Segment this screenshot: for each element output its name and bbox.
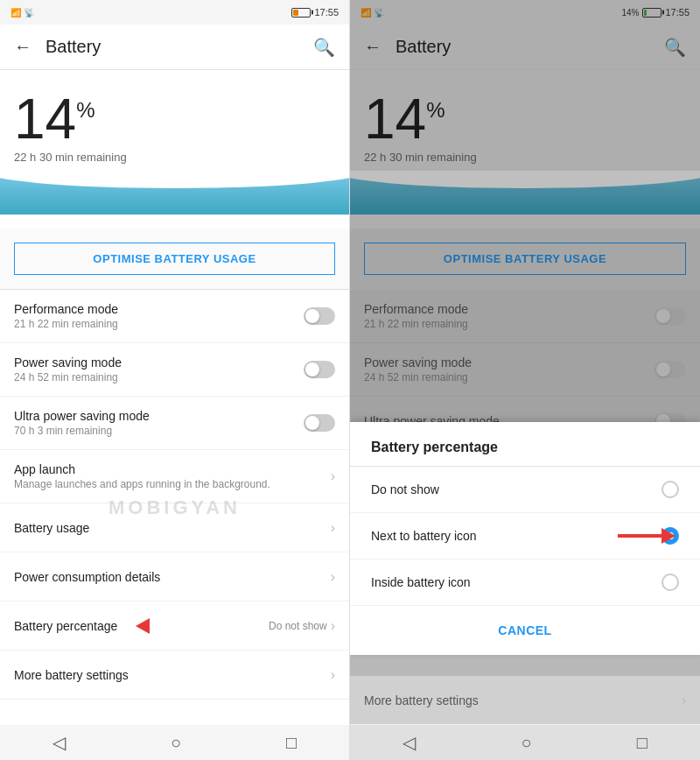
right-optimise-button[interactable]: OPTIMISE BATTERY USAGE [364, 243, 686, 275]
left-ultra-power-toggle[interactable] [304, 414, 335, 432]
left-power-saving-content: Power saving mode 24 h 52 min remaining [14, 355, 304, 384]
battery-percentage-modal: Battery percentage Do not show Next to b… [350, 422, 700, 655]
left-search-icon[interactable]: 🔍 [313, 37, 335, 58]
left-more-battery-chevron: › [331, 667, 335, 683]
left-battery-pct-value: Do not show [269, 620, 327, 632]
left-battery-icon [291, 8, 311, 18]
left-ultra-power-title: Ultra power saving mode [14, 409, 304, 423]
right-wave-decoration [350, 171, 700, 215]
right-battery-remaining: 22 h 30 min remaining [364, 151, 686, 164]
right-status-icons: 📶 📡 [360, 8, 384, 18]
signal-icon: 📶 [10, 8, 21, 18]
left-settings-list: MOBIGYAN Performance mode 21 h 22 min re… [0, 290, 349, 725]
left-status-icons: 📶 📡 [10, 8, 34, 18]
right-nav-back[interactable]: ◁ [402, 732, 416, 753]
right-signal-icon: 📶 [360, 8, 371, 18]
right-page-title: Battery [396, 37, 664, 57]
right-status-bar: 📶 📡 14% 17:55 [350, 0, 700, 25]
left-battery-remaining: 22 h 30 min remaining [14, 151, 335, 164]
right-optimise-container: OPTIMISE BATTERY USAGE [350, 229, 700, 290]
modal-option-inside-battery[interactable]: Inside battery icon [350, 559, 700, 606]
left-battery-percentage-item[interactable]: Battery percentage Do not show › [0, 602, 349, 651]
right-status-right: 14% 17:55 [621, 7, 690, 18]
right-bg-perf-title: Performance mode [364, 302, 654, 316]
right-battery-icon [642, 8, 662, 18]
right-wifi-icon: 📡 [374, 8, 384, 18]
left-percent-symbol: % [76, 100, 94, 121]
left-power-consumption-item[interactable]: Power consumption details › [0, 552, 349, 602]
left-page-title: Battery [46, 37, 313, 57]
right-bg-performance-item: Performance mode 21 h 22 min remaining [350, 290, 700, 343]
arrow-shaft [618, 534, 662, 538]
left-nav-home[interactable]: ○ [171, 733, 181, 753]
left-optimise-button[interactable]: OPTIMISE BATTERY USAGE [14, 243, 335, 275]
left-power-saving-item[interactable]: Power saving mode 24 h 52 min remaining [0, 343, 349, 397]
left-more-battery-item[interactable]: More battery settings › [0, 651, 349, 700]
left-more-battery-content: More battery settings [14, 668, 331, 682]
left-power-saving-subtitle: 24 h 52 min remaining [14, 371, 304, 384]
left-battery-number: 14 [14, 91, 76, 147]
right-more-battery-chevron: › [682, 693, 686, 708]
right-bg-perf-sub: 21 h 22 min remaining [364, 318, 654, 330]
inside-battery-radio[interactable] [662, 574, 679, 591]
left-status-right: 17:55 [291, 7, 339, 18]
right-back-button[interactable]: ← [364, 37, 382, 57]
right-nav-recent[interactable]: □ [637, 733, 648, 753]
left-power-consumption-title: Power consumption details [14, 570, 331, 584]
left-ultra-power-content: Ultra power saving mode 70 h 3 min remai… [14, 409, 304, 437]
right-nav-home[interactable]: ○ [521, 733, 531, 753]
left-performance-mode-item[interactable]: Performance mode 21 h 22 min remaining [0, 290, 349, 343]
left-app-launch-item[interactable]: App launch Manage launches and apps runn… [0, 450, 349, 503]
right-time: 17:55 [665, 7, 690, 18]
left-battery-percentage-display: 14 % [14, 91, 335, 147]
left-top-bar: ← Battery 🔍 [0, 25, 349, 70]
arrow-head-right [662, 528, 676, 544]
right-battery-header: 14 % 22 h 30 min remaining [350, 70, 700, 229]
do-not-show-radio[interactable] [662, 481, 679, 498]
right-bg-ps-title: Power saving mode [364, 355, 654, 369]
left-performance-mode-content: Performance mode 21 h 22 min remaining [14, 302, 304, 330]
right-red-arrow [618, 528, 676, 544]
left-ultra-power-item[interactable]: Ultra power saving mode 70 h 3 min remai… [0, 397, 349, 450]
left-nav-recent[interactable]: □ [286, 733, 297, 753]
modal-option-next-to-battery[interactable]: Next to battery icon [350, 513, 700, 559]
left-performance-mode-subtitle: 21 h 22 min remaining [14, 318, 304, 330]
do-not-show-label: Do not show [371, 482, 662, 496]
left-app-launch-content: App launch Manage launches and apps runn… [14, 462, 331, 490]
right-battery-number: 14 [364, 91, 426, 147]
left-power-saving-toggle[interactable] [304, 361, 335, 378]
right-nav-bar: ◁ ○ □ [350, 725, 700, 760]
left-battery-usage-content: Battery usage [14, 521, 331, 535]
left-battery-usage-chevron: › [331, 520, 335, 536]
left-performance-mode-toggle[interactable] [304, 307, 335, 325]
right-bg-ps-sub: 24 h 52 min remaining [364, 371, 654, 384]
left-performance-mode-title: Performance mode [14, 302, 304, 316]
left-nav-bar: ◁ ○ □ [0, 725, 349, 760]
left-red-arrow [136, 618, 150, 634]
left-battery-header: 14 % 22 h 30 min remaining [0, 70, 349, 229]
right-more-battery-item[interactable]: More battery settings › [350, 676, 700, 725]
left-time: 17:55 [314, 7, 339, 18]
cancel-button[interactable]: CANCEL [477, 616, 572, 644]
left-wave-decoration [0, 171, 349, 215]
left-battery-usage-title: Battery usage [14, 521, 331, 535]
right-bg-perf-content: Performance mode 21 h 22 min remaining [364, 302, 654, 330]
modal-actions: CANCEL [350, 606, 700, 655]
modal-option-do-not-show[interactable]: Do not show [350, 467, 700, 513]
right-battery-pct-text: 14% [621, 8, 639, 18]
left-power-consumption-chevron: › [331, 569, 335, 585]
right-battery-percentage-display: 14 % [364, 91, 686, 147]
left-app-launch-chevron: › [331, 468, 335, 484]
left-battery-usage-item[interactable]: Battery usage › [0, 503, 349, 552]
left-battery-fill [293, 10, 298, 16]
left-back-button[interactable]: ← [14, 37, 32, 57]
right-more-battery-content: More battery settings [364, 693, 682, 707]
right-search-icon[interactable]: 🔍 [664, 37, 686, 58]
right-bg-perf-toggle [654, 307, 686, 325]
right-percent-symbol: % [426, 100, 444, 121]
left-app-launch-title: App launch [14, 462, 331, 476]
left-battery-pct-chevron: › [331, 618, 335, 634]
left-optimise-container: OPTIMISE BATTERY USAGE [0, 229, 349, 290]
left-power-consumption-content: Power consumption details [14, 570, 331, 584]
left-nav-back[interactable]: ◁ [52, 732, 66, 753]
